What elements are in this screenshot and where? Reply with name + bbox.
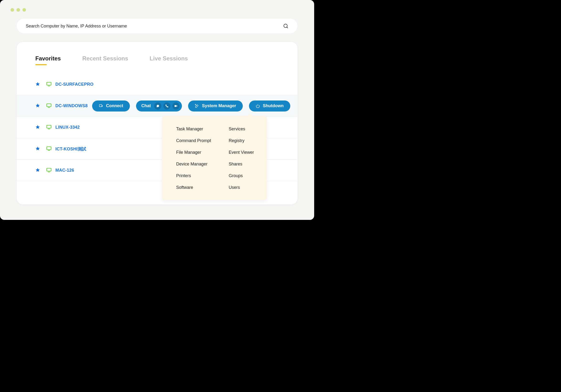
system-manager-button[interactable]: System Manager — [188, 100, 243, 111]
list-item[interactable]: DC-WINDOWS8 Connect Chat — [17, 95, 297, 117]
menu-device-manager[interactable]: Device Manager — [162, 158, 214, 170]
connect-label: Connect — [106, 103, 123, 108]
shutdown-button[interactable]: Shutdown — [249, 100, 290, 111]
menu-shares[interactable]: Shares — [214, 158, 267, 170]
search-icon — [283, 23, 288, 29]
menu-file-manager[interactable]: File Manager — [162, 147, 214, 158]
menu-command-prompt[interactable]: Command Prompt — [162, 135, 214, 147]
svg-point-11 — [195, 104, 196, 105]
monitor-icon — [46, 146, 52, 152]
tab-bar: Favorites Recent Sessions Live Sessions — [17, 55, 297, 69]
tab-favorites[interactable]: Favorites — [35, 55, 61, 62]
system-manager-label: System Manager — [202, 103, 236, 108]
hostname-label: ICT-KOSHI測試 — [55, 146, 86, 152]
svg-rect-14 — [47, 125, 51, 128]
window-decoration — [11, 8, 26, 12]
monitor-icon — [46, 124, 52, 131]
star-icon[interactable] — [35, 146, 40, 152]
svg-marker-10 — [176, 105, 177, 107]
menu-registry[interactable]: Registry — [214, 135, 267, 147]
connect-icon — [99, 104, 103, 108]
menu-users[interactable]: Users — [214, 182, 267, 193]
svg-marker-19 — [36, 168, 40, 172]
menu-printers[interactable]: Printers — [162, 170, 214, 182]
svg-rect-17 — [47, 147, 51, 150]
svg-marker-13 — [36, 125, 40, 129]
chat-button[interactable]: Chat — [136, 100, 182, 111]
tools-icon — [195, 104, 199, 108]
connect-button[interactable]: Connect — [92, 100, 130, 111]
chat-text-icon[interactable] — [154, 102, 161, 109]
menu-event-viewer[interactable]: Event Viewer — [214, 147, 267, 158]
svg-rect-9 — [174, 105, 176, 107]
menu-task-manager[interactable]: Task Manager — [162, 123, 214, 135]
main-panel: Favorites Recent Sessions Live Sessions … — [17, 42, 297, 204]
svg-line-1 — [287, 27, 288, 28]
svg-marker-5 — [36, 103, 40, 107]
monitor-icon — [46, 103, 52, 109]
search-bar[interactable] — [17, 19, 297, 33]
power-icon — [256, 104, 260, 108]
svg-rect-3 — [47, 82, 51, 85]
star-icon[interactable] — [35, 125, 40, 130]
dot-3 — [22, 8, 26, 12]
dot-1 — [11, 8, 14, 12]
star-icon[interactable] — [35, 82, 40, 87]
svg-marker-16 — [36, 146, 40, 150]
svg-rect-20 — [47, 168, 51, 171]
chat-voice-icon[interactable] — [163, 102, 171, 109]
app-window: Favorites Recent Sessions Live Sessions … — [0, 0, 314, 220]
dot-2 — [16, 8, 20, 12]
hostname-label: LINUX-3342 — [55, 125, 80, 130]
star-icon[interactable] — [35, 168, 40, 173]
chat-video-icon[interactable] — [172, 102, 180, 109]
star-icon[interactable] — [35, 103, 40, 109]
monitor-icon — [46, 81, 52, 88]
hostname-label: DC-SURFACEPRO — [55, 82, 94, 87]
hostname-label: DC-WINDOWS8 — [55, 103, 88, 108]
tab-live-sessions[interactable]: Live Sessions — [150, 55, 188, 62]
row-actions: Connect Chat — [92, 100, 290, 111]
hostname-label: MAC-126 — [55, 168, 74, 173]
menu-groups[interactable]: Groups — [214, 170, 267, 182]
shutdown-label: Shutdown — [263, 103, 284, 108]
tab-recent-sessions[interactable]: Recent Sessions — [82, 55, 128, 62]
svg-marker-2 — [36, 82, 40, 86]
svg-rect-6 — [47, 104, 51, 107]
svg-rect-8 — [99, 105, 102, 107]
menu-services[interactable]: Services — [214, 123, 267, 135]
list-item[interactable]: DC-SURFACEPRO — [17, 74, 297, 95]
monitor-icon — [46, 167, 52, 174]
system-manager-menu: Task Manager Command Prompt File Manager… — [162, 116, 267, 200]
search-input[interactable] — [26, 24, 283, 29]
chat-label: Chat — [141, 103, 151, 108]
menu-software[interactable]: Software — [162, 182, 214, 193]
